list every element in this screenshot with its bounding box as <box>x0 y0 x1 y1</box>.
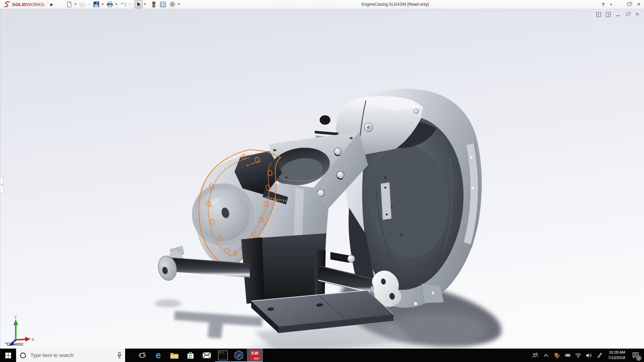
solidworks-icon-label: SW <box>250 350 260 356</box>
wifi-icon <box>575 353 581 358</box>
model-3d-view[interactable] <box>0 9 644 349</box>
solidworks-app-button[interactable]: SW 2017 <box>247 349 263 362</box>
save-icon <box>93 1 99 7</box>
options-button[interactable] <box>168 1 176 8</box>
pane-right-button[interactable] <box>605 12 611 17</box>
file-properties-button[interactable] <box>159 1 167 8</box>
pane-right-icon <box>606 12 611 17</box>
solidworks-icon-year: 2017 <box>254 357 260 360</box>
wifi-button[interactable] <box>575 349 581 362</box>
doc-restore-button[interactable] <box>625 12 630 17</box>
new-document-icon <box>66 1 72 7</box>
windows-logo-icon <box>5 353 11 358</box>
chevron-up-icon <box>544 354 548 357</box>
select-cursor-icon <box>136 1 141 7</box>
mail-icon <box>203 352 211 358</box>
quick-access-toolbar <box>65 0 182 9</box>
triad-x-label: X <box>32 338 34 342</box>
help-button[interactable]: ? <box>600 0 606 9</box>
people-button[interactable] <box>532 349 538 362</box>
save-dropdown-caret[interactable] <box>102 4 104 5</box>
doc-close-button[interactable]: ✕ <box>635 12 640 17</box>
taskbar-apps: e <box>134 349 263 362</box>
restore-button[interactable] <box>626 0 632 9</box>
open-button[interactable] <box>78 1 87 8</box>
cortana-icon <box>20 353 26 358</box>
solidworks-window: SOLIDWORKS ▶ <box>0 0 644 362</box>
restore-icon <box>627 3 631 6</box>
clock-time: 10:28 AM <box>608 350 625 355</box>
select-dropdown-caret[interactable] <box>144 4 146 5</box>
solidworks-monitor-icon: sw <box>554 352 560 359</box>
monitor-sw-label: sw <box>555 353 557 355</box>
edge-button[interactable]: e <box>150 349 166 362</box>
solidworks-swoosh-icon <box>3 1 11 8</box>
system-tray: sw <box>532 349 644 362</box>
brand-light: WORKS <box>26 2 44 7</box>
hexagon-app-button[interactable] <box>231 349 247 362</box>
taskbar-search[interactable]: Type here to search <box>16 349 125 362</box>
print-button[interactable] <box>106 1 114 8</box>
view-orientation-label: *Dimetric <box>5 342 23 347</box>
battery-charging-icon <box>565 353 571 358</box>
titlebar: SOLIDWORKS ▶ <box>0 0 644 9</box>
file-properties-icon <box>160 2 166 7</box>
save-button[interactable] <box>92 1 100 8</box>
start-button[interactable] <box>0 349 16 362</box>
command-prompt-button[interactable]: C:\_ <box>215 349 231 362</box>
edge-icon: e <box>156 351 161 360</box>
hexagon-app-icon <box>234 350 244 360</box>
undo-dropdown-caret[interactable] <box>129 4 131 5</box>
solidworks-logo: SOLIDWORKS <box>0 0 47 9</box>
rebuild-button[interactable] <box>151 1 157 8</box>
help-dropdown-caret[interactable] <box>610 4 612 5</box>
brand-bold: SOLID <box>12 2 26 7</box>
battery-button[interactable] <box>565 349 571 362</box>
task-view-button[interactable] <box>134 349 150 362</box>
doc-restore-icon <box>626 13 629 16</box>
open-dropdown-caret[interactable] <box>88 4 90 5</box>
pen-icon <box>597 353 602 358</box>
undo-icon <box>120 2 127 7</box>
clock-date: 7/13/2018 <box>608 355 625 361</box>
triad-y-label: Y <box>14 316 17 320</box>
solidworks-app-icon: SW 2017 <box>250 350 260 361</box>
task-view-icon <box>139 352 146 358</box>
store-button[interactable] <box>182 349 199 362</box>
search-placeholder: Type here to search <box>31 353 117 358</box>
file-explorer-button[interactable] <box>166 349 182 362</box>
hidden-icons-button[interactable] <box>543 349 549 362</box>
select-tool-button[interactable] <box>135 0 143 8</box>
store-icon <box>187 352 194 359</box>
brand-text: SOLIDWORKS <box>12 2 44 7</box>
document-window-controls: ✕ <box>596 12 640 17</box>
splitter-grip-icon <box>1 184 2 185</box>
speaker-icon <box>586 353 592 358</box>
new-dropdown-caret[interactable] <box>74 4 76 5</box>
options-gear-icon <box>169 1 175 7</box>
action-center-button[interactable]: 2 <box>631 349 641 362</box>
pen-button[interactable] <box>597 349 603 362</box>
panel-splitter-tab[interactable] <box>0 177 3 193</box>
graphics-viewport[interactable]: ✕ Y X *Dimetric <box>0 9 644 349</box>
window-controls: ? ✕ <box>600 0 641 9</box>
undo-button[interactable] <box>119 1 128 8</box>
open-folder-icon <box>79 2 86 7</box>
mail-button[interactable] <box>199 349 215 362</box>
options-dropdown-caret[interactable] <box>178 4 180 5</box>
volume-button[interactable] <box>586 349 592 362</box>
pane-left-button[interactable] <box>596 12 601 17</box>
pane-left-icon <box>596 12 601 17</box>
doc-minimize-button[interactable] <box>615 12 621 17</box>
taskbar-clock[interactable]: 10:28 AM 7/13/2018 <box>607 350 626 360</box>
print-dropdown-caret[interactable] <box>115 4 117 5</box>
solidworks-monitor-button[interactable]: sw <box>554 349 560 362</box>
new-document-button[interactable] <box>65 1 73 8</box>
windows-taskbar: Type here to search e <box>0 349 644 362</box>
window-title: EngineCasing.SLDASM [Read-only] <box>362 0 429 9</box>
menu-flyout-arrow-icon[interactable]: ▶ <box>49 1 55 8</box>
close-button[interactable]: ✕ <box>636 0 641 9</box>
microphone-icon[interactable] <box>117 352 122 359</box>
rebuild-traffic-light-icon <box>152 1 156 8</box>
file-explorer-icon <box>170 352 179 359</box>
